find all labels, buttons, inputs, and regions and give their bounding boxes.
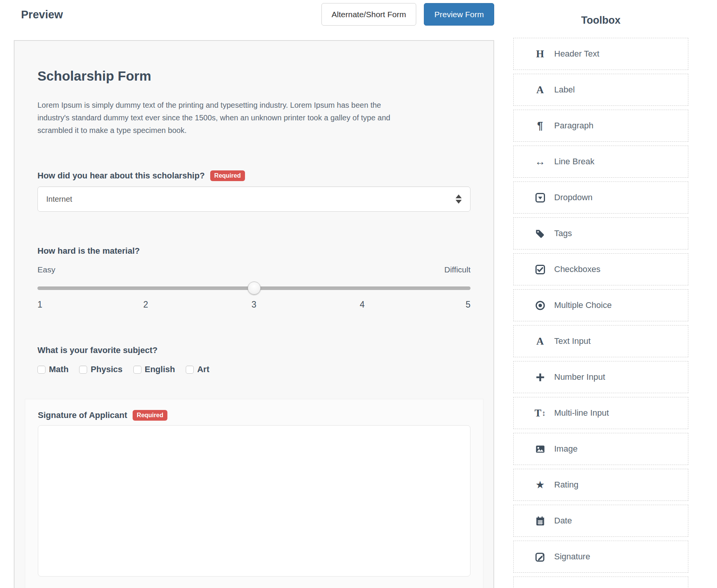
slider-tick-1: 1 [37, 300, 42, 310]
slider-handle[interactable] [248, 282, 261, 295]
subject-options: MathPhysicsEnglishArt [37, 364, 470, 374]
checkbox-label: Art [197, 364, 209, 374]
toolbox-item-label[interactable]: ALabel [513, 74, 688, 106]
question-hear-about: How did you hear about this scholarship?… [37, 170, 470, 212]
toolbox-item-rating[interactable]: ★Rating [513, 469, 688, 501]
image-icon [533, 444, 547, 454]
question-subject: What is your favorite subject? MathPhysi… [37, 345, 470, 374]
slider-tick-5: 5 [466, 300, 470, 310]
difficulty-slider [37, 281, 470, 295]
signature-section: Signature of Applicant Required [25, 399, 483, 588]
toolbox-item-label: Multiple Choice [554, 300, 612, 310]
checkbox-unchecked[interactable] [186, 366, 194, 374]
slider-ticks: 12345 [37, 300, 470, 310]
toolbox-item-label: Header Text [554, 49, 599, 59]
toolbox-item-multi-line-input[interactable]: T↕Multi-line Input [513, 397, 688, 429]
toolbox-item-paragraph[interactable]: ¶Paragraph [513, 110, 688, 142]
toolbox-list: HHeader TextALabel¶Paragraph↔Line BreakD… [513, 38, 688, 573]
question-label: Signature of Applicant [38, 410, 127, 420]
header-buttons: Alternate/Short Form Preview Form [321, 3, 494, 26]
hear-about-select[interactable]: Internet [37, 186, 470, 212]
toolbox-item-label: Date [554, 516, 572, 526]
subject-option-art[interactable]: Art [186, 364, 209, 374]
toolbox-item-image[interactable]: Image [513, 433, 688, 465]
subject-option-physics[interactable]: Physics [79, 364, 122, 374]
toolbox-item-date[interactable]: Date [513, 505, 688, 537]
slider-tick-4: 4 [360, 300, 365, 310]
select-arrows-icon [456, 194, 462, 204]
line-break-icon: ↔ [533, 156, 547, 168]
slider-tick-3: 3 [251, 300, 256, 310]
toolbox-title: Toolbox [513, 15, 688, 26]
form-description: Lorem Ipsum is simply dummy text of the … [37, 99, 406, 137]
text-input-icon: A [533, 335, 547, 347]
toolbox-item-checkboxes[interactable]: Checkboxes [513, 253, 688, 285]
toolbox-item-line-break[interactable]: ↔Line Break [513, 146, 688, 178]
checkbox-label: English [145, 364, 175, 374]
slider-minmax-labels: Easy Difficult [37, 265, 470, 274]
toolbox-item-label: Rating [554, 480, 579, 490]
required-badge: Required [133, 410, 167, 421]
rating-icon: ★ [533, 479, 547, 491]
form-title: Scholarship Form [37, 68, 470, 84]
toolbox-item-label: Line Break [554, 157, 594, 167]
toolbox-item-label: Text Input [554, 336, 590, 346]
toolbox-item-label: Checkboxes [554, 264, 600, 274]
checkbox-label: Math [49, 364, 68, 374]
toolbox-item-label: Signature [554, 552, 590, 562]
number-input-icon [533, 372, 547, 382]
header: Preview Alternate/Short Form Preview For… [14, 0, 494, 31]
form-builder-page: Preview Alternate/Short Form Preview For… [0, 0, 717, 588]
tags-icon [533, 228, 547, 239]
slider-min-label: Easy [37, 265, 55, 274]
multiline-input-icon: T↕ [533, 407, 547, 419]
checkbox-unchecked[interactable] [37, 366, 45, 374]
toolbox-item-text-input[interactable]: AText Input [513, 325, 688, 357]
question-label: How hard is the material? [37, 246, 140, 256]
subject-option-english[interactable]: English [133, 364, 175, 374]
slider-tick-2: 2 [143, 300, 148, 310]
dropdown-icon [533, 193, 547, 203]
toolbox-item-signature[interactable]: Signature [513, 541, 688, 573]
page-title: Preview [21, 8, 63, 21]
label-icon: A [533, 84, 547, 96]
toolbox-item-tags[interactable]: Tags [513, 217, 688, 249]
toolbox-item-label: Tags [554, 228, 572, 238]
checkbox-unchecked[interactable] [133, 366, 141, 374]
checkbox-unchecked[interactable] [79, 366, 87, 374]
toolbox-item-label: Number Input [554, 372, 605, 382]
date-icon [533, 516, 547, 526]
toolbox-item-partial[interactable] [513, 577, 688, 588]
toolbox-item-label: Dropdown [554, 193, 592, 202]
header-text-icon: H [533, 48, 547, 60]
question-label: How did you hear about this scholarship? [37, 171, 205, 181]
signature-icon [533, 552, 547, 562]
toolbox-item-number-input[interactable]: Number Input [513, 361, 688, 393]
checkbox-label: Physics [91, 364, 122, 374]
toolbox-item-multiple-choice[interactable]: Multiple Choice [513, 289, 688, 321]
checkboxes-icon [533, 264, 547, 275]
signature-pad[interactable] [38, 425, 470, 577]
slider-max-label: Difficult [444, 265, 470, 274]
toolbox: Toolbox HHeader TextALabel¶Paragraph↔Lin… [513, 15, 688, 588]
multiple-choice-icon [533, 300, 547, 311]
paragraph-icon: ¶ [533, 120, 547, 132]
preview-form-button[interactable]: Preview Form [424, 3, 494, 26]
toolbox-item-dropdown[interactable]: Dropdown [513, 181, 688, 214]
subject-option-math[interactable]: Math [37, 364, 68, 374]
toolbox-item-label: Image [554, 444, 577, 454]
toolbox-item-label: Label [554, 85, 575, 95]
form-preview-panel: Scholarship Form Lorem Ipsum is simply d… [14, 40, 494, 588]
toolbox-item-label: Multi-line Input [554, 408, 609, 418]
toolbox-item-header-text[interactable]: HHeader Text [513, 38, 688, 70]
question-difficulty: How hard is the material? Easy Difficult… [37, 246, 470, 310]
selected-option: Internet [46, 195, 456, 204]
alternate-short-form-button[interactable]: Alternate/Short Form [321, 3, 417, 26]
toolbox-item-label: Paragraph [554, 121, 594, 131]
question-label: What is your favorite subject? [37, 345, 157, 355]
required-badge: Required [210, 170, 245, 181]
